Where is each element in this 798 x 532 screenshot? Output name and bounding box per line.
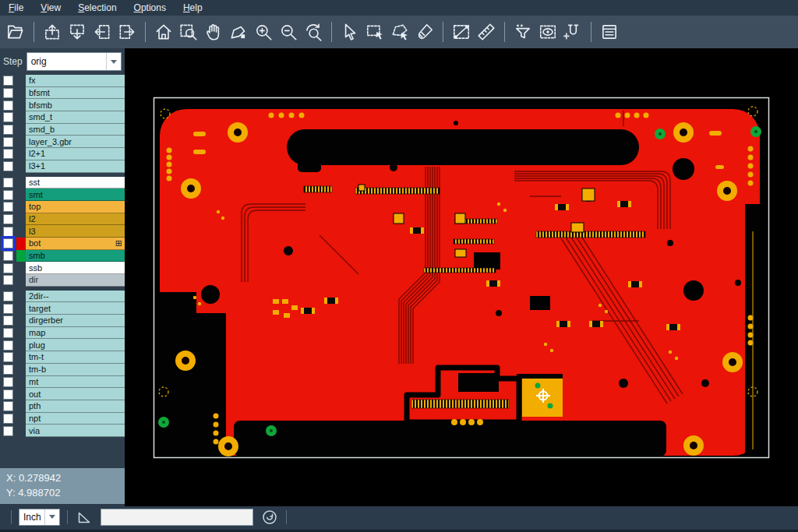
clean-brush-button[interactable] [412,19,437,44]
layer-checkbox[interactable] [3,401,13,411]
layer-label[interactable]: plug [26,339,125,351]
report-panel-button[interactable] [597,19,622,44]
refresh-icon[interactable] [260,508,279,527]
layer-checkbox[interactable] [3,112,13,122]
layer-checkbox[interactable] [3,340,13,351]
layer-label[interactable]: l3+1 [26,160,125,173]
select-rectangle-button[interactable] [362,19,387,44]
layer-checkbox[interactable] [3,88,13,98]
measure-box-button[interactable] [449,19,474,44]
layer-label[interactable]: ssb [26,262,125,274]
layer-label[interactable]: smd_b [26,124,125,136]
layer-checkbox[interactable] [3,377,13,387]
layer-label[interactable]: 2dir-- [26,291,125,303]
layer-row-bot: bot⊞ [0,238,125,250]
snap-magnet-button[interactable] [560,19,585,44]
layer-label[interactable]: pth [26,400,125,413]
layer-checkbox[interactable] [3,352,13,362]
zoom-polygon-button[interactable] [226,19,251,44]
ruler-button[interactable] [474,19,499,44]
layer-checkbox[interactable] [3,238,13,248]
layer-row-npt: npt [0,413,125,425]
import-left-button[interactable] [90,19,115,44]
layer-row-via: via [0,425,125,437]
step-value: orig [31,56,47,67]
layer-label[interactable]: via [26,425,125,437]
layer-label[interactable]: bot⊞ [26,238,125,250]
filter-button[interactable] [510,19,535,44]
layer-label[interactable]: mt [26,376,125,389]
menu-options[interactable]: Options [125,1,175,16]
layer-checkbox[interactable] [3,76,13,86]
zoom-reset-button[interactable] [301,19,326,44]
select-pointer-button[interactable] [337,19,362,44]
units-select[interactable]: Inch [19,509,60,526]
layer-label[interactable]: out [26,388,125,400]
import-down-button[interactable] [65,19,90,44]
layer-label[interactable]: tm-b [26,364,125,376]
layer-label[interactable]: smt [26,188,125,201]
pcb-artwork [125,48,798,506]
layer-label[interactable]: tm-t [26,351,125,364]
layer-label[interactable]: layer_3.gbr [26,136,125,148]
layer-label[interactable]: bfsmb [26,99,125,111]
menu-help[interactable]: Help [175,1,211,16]
layer-label[interactable]: target [26,302,125,315]
zoom-out-button[interactable] [276,19,301,44]
command-input[interactable] [101,509,253,526]
zoom-window-button[interactable] [176,19,201,44]
layer-label[interactable]: sst [26,177,125,189]
layer-checkbox[interactable] [3,161,13,171]
layer-checkbox[interactable] [3,263,13,273]
layer-checkbox[interactable] [3,214,13,224]
layer-row-l3: l3 [0,225,125,238]
layer-checkbox[interactable] [3,251,13,261]
layer-checkbox[interactable] [3,389,13,400]
layer-label[interactable]: smb [26,250,125,262]
layer-label[interactable]: map [26,327,125,340]
layer-label[interactable]: npt [26,413,125,425]
layer-checkbox[interactable] [3,365,13,375]
menu-view[interactable]: View [32,1,69,16]
chevron-down-icon[interactable] [106,53,121,70]
layer-checkbox[interactable] [3,125,13,135]
layer-checkbox[interactable] [3,426,13,436]
layer-label[interactable]: top [26,201,125,213]
layer-checkbox[interactable] [3,315,13,326]
import-right-button[interactable] [115,19,139,44]
layer-checkbox[interactable] [3,227,13,237]
menu-selection[interactable]: Selection [69,1,125,16]
layer-checkbox[interactable] [3,190,13,200]
layer-label[interactable]: smd_t [26,111,125,124]
layer-checkbox[interactable] [3,275,13,285]
layer-label[interactable]: fx [26,75,125,87]
select-polygon-button[interactable] [387,19,412,44]
layer-checkbox[interactable] [3,178,13,188]
layer-checkbox[interactable] [3,137,13,147]
layer-checkbox[interactable] [3,304,13,314]
zoom-in-button[interactable] [251,19,276,44]
open-folder-button[interactable] [3,19,28,44]
bottombar-separator [286,510,287,524]
home-view-button[interactable] [151,19,176,44]
step-select[interactable]: orig [26,52,122,71]
pan-hand-button[interactable] [201,19,226,44]
layer-label[interactable]: dir [26,274,125,287]
layer-label[interactable]: bfsmt [26,87,125,100]
corner-measure-icon[interactable] [75,508,94,527]
highlight-window-button[interactable] [535,19,560,44]
import-up-button[interactable] [40,19,65,44]
layer-checkbox[interactable] [3,328,13,338]
layer-checkbox[interactable] [3,202,13,212]
layer-label[interactable]: l2 [26,213,125,226]
layer-checkbox[interactable] [3,149,13,159]
menu-file[interactable]: File [0,1,32,16]
chevron-down-icon[interactable] [44,509,59,525]
layer-checkbox[interactable] [3,291,13,301]
pcb-canvas[interactable] [125,48,798,504]
layer-label[interactable]: l3 [26,225,125,238]
layer-label[interactable]: dirgerber [26,315,125,327]
layer-checkbox[interactable] [3,100,13,111]
layer-checkbox[interactable] [3,414,13,424]
layer-label[interactable]: l2+1 [26,148,125,160]
